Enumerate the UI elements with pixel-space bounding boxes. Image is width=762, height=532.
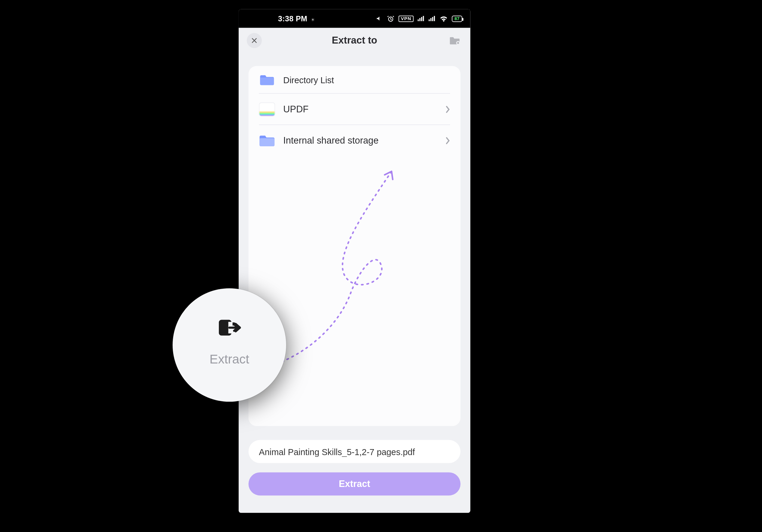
header: Extract to: [239, 28, 470, 53]
chevron-right-icon: [445, 137, 450, 145]
list-item-internal-storage[interactable]: Internal shared storage: [249, 125, 461, 156]
svg-rect-7: [432, 17, 433, 21]
close-button[interactable]: [247, 33, 262, 48]
status-time: 3:38 PM: [278, 14, 307, 23]
battery-icon: 87: [452, 15, 462, 22]
extract-callout-label: Extract: [209, 352, 249, 367]
filename-input[interactable]: [258, 446, 451, 457]
weather-icon: [311, 14, 315, 23]
folder-icon: [259, 134, 275, 148]
svg-point-10: [457, 42, 459, 44]
signal-icon: [418, 16, 424, 21]
extract-button-label: Extract: [339, 479, 370, 489]
svg-rect-1: [418, 20, 419, 21]
directory-section-header: Directory List: [249, 66, 461, 94]
list-item-label: Internal shared storage: [283, 135, 445, 146]
directory-section-label: Directory List: [283, 75, 450, 85]
list-item-updf[interactable]: UPDF: [249, 94, 461, 125]
alarm-icon: [387, 15, 394, 22]
extract-icon: [218, 318, 241, 337]
svg-rect-4: [423, 16, 424, 21]
wifi-icon: [440, 15, 448, 22]
chevron-right-icon: [445, 105, 450, 113]
svg-rect-8: [434, 16, 435, 21]
signal-icon: [429, 16, 435, 21]
svg-rect-5: [429, 20, 430, 21]
filename-field[interactable]: [249, 440, 461, 463]
status-indicators: VPN 87: [376, 15, 462, 22]
directory-card: Directory List UPDF Internal shared stor…: [249, 66, 461, 426]
vpn-badge: VPN: [399, 15, 414, 22]
svg-rect-3: [421, 17, 422, 21]
updf-app-icon: [259, 102, 275, 116]
extract-button[interactable]: Extract: [249, 472, 461, 496]
extract-callout: Extract: [173, 288, 286, 402]
phone-screen: 3:38 PM VPN: [239, 9, 470, 513]
folder-icon: [259, 73, 275, 87]
svg-rect-6: [430, 18, 432, 21]
header-title: Extract to: [262, 35, 447, 46]
folder-settings-button[interactable]: [447, 33, 462, 48]
silent-icon: [376, 15, 383, 22]
status-bar: 3:38 PM VPN: [239, 9, 470, 28]
svg-rect-2: [419, 18, 420, 21]
list-item-label: UPDF: [283, 104, 445, 115]
